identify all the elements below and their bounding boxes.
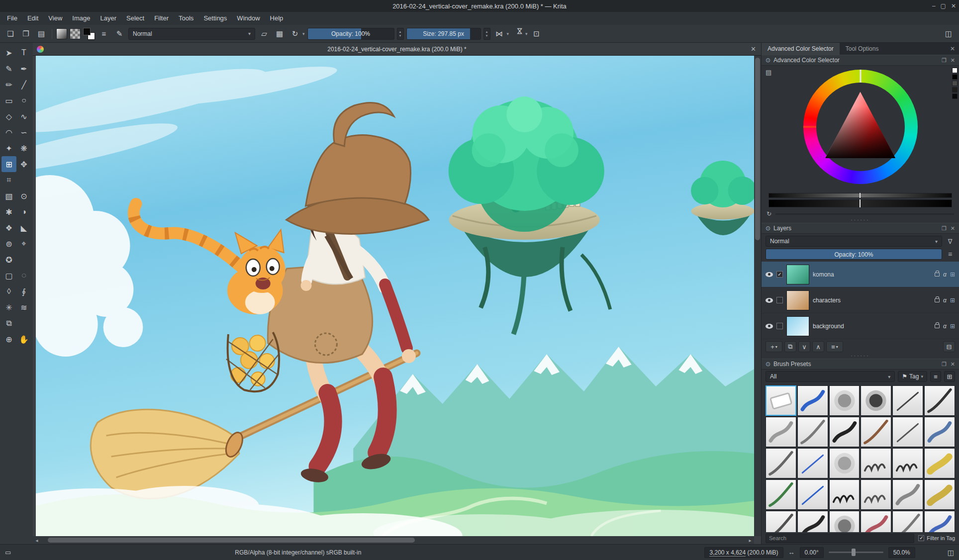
delete-layer-button[interactable]: ⊟ xyxy=(943,341,955,352)
menu-file[interactable]: File xyxy=(2,12,22,25)
close-docker-icon[interactable]: ✕ xyxy=(951,57,955,64)
maximize-button[interactable]: ▢ xyxy=(941,2,946,9)
layer-lock-icon[interactable] xyxy=(935,298,940,302)
document-tab[interactable]: 2016-02-24_vertical-cover_remake.kra (20… xyxy=(33,43,761,56)
layer-options-icon[interactable]: ≡ xyxy=(945,250,955,258)
brush-preset[interactable] xyxy=(797,479,828,510)
opacity-stepper[interactable]: ▴▾ xyxy=(397,28,404,40)
menu-filter[interactable]: Filter xyxy=(149,12,174,25)
layer-opacity-slider[interactable]: Opacity: 100% xyxy=(766,249,942,260)
color-history-swatch[interactable] xyxy=(952,93,958,99)
add-layer-button[interactable]: +▾ xyxy=(766,341,782,352)
brush-preset[interactable] xyxy=(766,479,796,510)
minimize-button[interactable]: – xyxy=(932,2,936,9)
color-selector-settings-icon[interactable]: ▤ xyxy=(766,69,771,76)
menu-help[interactable]: Help xyxy=(265,12,288,25)
preset-search-input[interactable] xyxy=(766,534,914,543)
brush-preset[interactable] xyxy=(766,417,796,447)
vertical-scrollbar-thumb[interactable] xyxy=(755,58,760,240)
selection-mode-icon[interactable]: ▭ xyxy=(5,549,11,556)
bezier-select-tool[interactable]: ≋ xyxy=(16,299,31,315)
calligraphy-tool[interactable]: ✒ xyxy=(16,61,31,77)
edit-shapes-tool[interactable]: ✎ xyxy=(1,61,16,77)
tab-tool-options[interactable]: Tool Options xyxy=(840,43,885,55)
vertical-mirror-button[interactable]: ⋈ xyxy=(511,27,524,40)
multibrush-tool[interactable]: ❋ xyxy=(16,140,31,156)
refresh-colors-icon[interactable]: ↻ xyxy=(767,210,771,217)
layer-properties-button[interactable]: ≡▾ xyxy=(826,341,843,352)
float-docker-icon[interactable]: ❐ xyxy=(942,57,947,64)
preset-display-icon[interactable]: ⊞ xyxy=(944,371,955,382)
move-layer-up-button[interactable]: ∧ xyxy=(812,341,824,352)
checkbox-icon[interactable]: ✓ xyxy=(918,535,924,541)
opacity-slider[interactable]: Opacity: 100% xyxy=(307,28,394,40)
bezier-curve-tool[interactable]: ◠ xyxy=(1,124,16,140)
eraser-toggle[interactable]: ▱ xyxy=(258,27,271,40)
ellipse-select-tool[interactable]: ◌ xyxy=(16,268,31,283)
layer-lock-icon[interactable] xyxy=(935,324,940,328)
text-tool[interactable]: T xyxy=(16,45,31,61)
chevron-down-icon[interactable]: ▾ xyxy=(302,31,305,36)
brush-preset[interactable] xyxy=(797,385,828,416)
image-dimensions-label[interactable]: 3,200 x 4,624 (200.0 MiB) xyxy=(704,547,783,558)
docker-close-icon[interactable]: ✕ xyxy=(946,45,959,52)
brush-preset[interactable] xyxy=(861,479,891,510)
polygon-select-tool[interactable]: ◊ xyxy=(1,283,16,299)
canvas-mode-icon[interactable]: ◫ xyxy=(948,549,954,557)
brush-preset[interactable] xyxy=(797,417,828,447)
preserve-alpha-toggle[interactable]: ▦ xyxy=(273,27,286,40)
open-document-button[interactable]: ❐ xyxy=(19,27,32,40)
layer-select-checkbox[interactable] xyxy=(776,323,783,329)
save-document-button[interactable]: ▤ xyxy=(35,27,48,40)
transform-tool[interactable]: ⊞ xyxy=(1,156,16,172)
layer-thumbnail[interactable] xyxy=(786,265,809,284)
brush-preset[interactable] xyxy=(892,417,923,447)
alpha-lock-icon[interactable]: α xyxy=(943,297,947,304)
layer-row[interactable]: charactersα⊞ xyxy=(762,287,959,313)
brush-preset[interactable] xyxy=(829,417,860,447)
brush-preset[interactable] xyxy=(924,385,955,416)
select-shapes-tool[interactable]: ➤ xyxy=(1,45,16,61)
layer-filter-icon[interactable]: ∇ xyxy=(945,238,955,245)
zoom-slider-handle[interactable] xyxy=(852,549,856,556)
layer-select-checkbox[interactable]: ✓ xyxy=(776,271,783,278)
vertical-scrollbar[interactable] xyxy=(754,56,761,536)
scroll-right-icon[interactable]: ▸ xyxy=(746,538,754,543)
crop-tool[interactable]: ⌗ xyxy=(1,172,16,188)
layer-thumbnail[interactable] xyxy=(786,290,809,310)
rectangle-tool[interactable]: ▭ xyxy=(1,93,16,108)
preset-view-menu-icon[interactable]: ≡ xyxy=(930,371,941,382)
size-stepper[interactable]: ▴▾ xyxy=(483,28,490,40)
layer-lock-icon[interactable] xyxy=(935,273,940,277)
workspace-chooser-button[interactable]: ◫ xyxy=(942,27,955,40)
duplicate-layer-button[interactable]: ⧉ xyxy=(784,341,796,352)
move-layer-down-button[interactable]: ∨ xyxy=(798,341,810,352)
new-document-button[interactable]: ❏ xyxy=(4,27,17,40)
layer-visibility-icon[interactable] xyxy=(766,272,773,277)
brush-editor-toggle[interactable]: ✎ xyxy=(113,27,126,40)
chevron-down-icon[interactable]: ▾ xyxy=(507,31,509,36)
float-docker-icon[interactable]: ❐ xyxy=(942,361,947,368)
pattern-swatch[interactable] xyxy=(70,28,81,39)
brush-preset[interactable] xyxy=(861,448,891,478)
menu-select[interactable]: Select xyxy=(121,12,149,25)
layer-blend-mode-dropdown[interactable]: Normal ▾ xyxy=(766,236,942,247)
close-button[interactable]: ✕ xyxy=(951,2,956,9)
pan-tool[interactable]: ✋ xyxy=(16,331,31,347)
color-history-swatch[interactable] xyxy=(952,81,958,86)
brush-size-slider[interactable]: Size: 297.85 px xyxy=(406,28,481,40)
line-tool[interactable]: ╱ xyxy=(16,77,31,93)
close-docker-icon[interactable]: ✕ xyxy=(951,361,955,368)
polygon-tool[interactable]: ◇ xyxy=(1,108,16,124)
chevron-down-icon[interactable]: ▾ xyxy=(525,31,528,36)
horizontal-scrollbar-thumb[interactable] xyxy=(48,538,414,543)
brush-preset[interactable] xyxy=(766,385,796,416)
shade-bar-2[interactable] xyxy=(768,199,952,207)
canvas-angle-value[interactable]: 0.00° xyxy=(800,547,824,558)
menu-edit[interactable]: Edit xyxy=(22,12,43,25)
rotation-icon[interactable]: ↔ xyxy=(788,549,795,556)
filter-in-tag-checkbox[interactable]: ✓ Filter in Tag xyxy=(918,535,955,541)
brush-preset[interactable] xyxy=(924,448,955,478)
zoom-slider[interactable] xyxy=(829,552,883,553)
freehand-select-tool[interactable]: ∮ xyxy=(16,283,31,299)
